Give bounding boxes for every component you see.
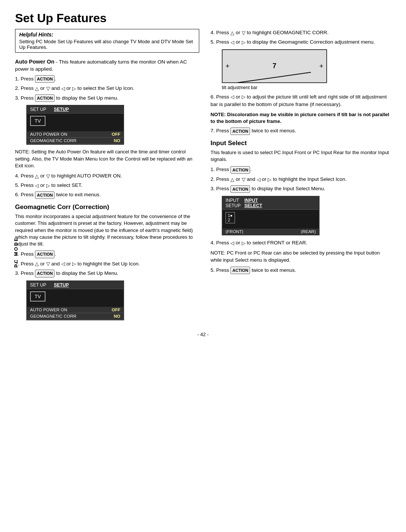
left-column: Helpful Hints: Setting PC Mode Set Up Fe… xyxy=(15,29,199,324)
row-label: AUTO POWER ON xyxy=(30,308,67,312)
up-arrow: △ xyxy=(35,260,39,268)
input-select-menu: INPUTSETUP INPUTSELECT 1● 2 (FRONT) (REA… xyxy=(222,196,320,235)
input-select-heading: Input Select xyxy=(211,139,391,147)
tilt-plus-right: + xyxy=(319,62,323,70)
left-arrow: ◁ xyxy=(230,239,234,247)
down-arrow: ▽ xyxy=(46,260,50,268)
step-item: 4. Press △ or ▽ to highlight AUTO POWER … xyxy=(15,172,199,180)
action-btn: ACTION xyxy=(230,166,250,174)
input-menu-icon-area: 1● 2 xyxy=(223,210,319,226)
action-btn: ACTION xyxy=(35,94,55,102)
left-arrow: ◁ xyxy=(230,39,234,46)
step-item: 1. Press ACTION. xyxy=(15,75,199,83)
input-rear-label: (REAR) xyxy=(301,229,316,234)
menu-row-geomagnetic: GEOMAGNETIC CORR NO xyxy=(27,138,123,144)
input-icon: 1● 2 xyxy=(226,212,235,223)
setup-menu-screenshot-1: SET UP SETUP TV AUTO POWER ON OFF GEOMAG… xyxy=(26,105,124,145)
menu-top-bar: SET UP SETUP xyxy=(27,106,123,114)
tilt-bar-image: + 7 + xyxy=(222,49,327,83)
menu-icon-row: TV xyxy=(27,114,123,128)
step-item: 6. Press ACTION twice to exit menus. xyxy=(15,191,199,199)
row-value: OFF xyxy=(112,308,120,312)
right-arrow: ▷ xyxy=(242,239,245,247)
step-item: 3. Press ACTION to display the Set Up Me… xyxy=(15,270,199,277)
input-front-label: (FRONT) xyxy=(226,229,243,234)
right-col-exit: 7. Press ACTION twice to exit menus. xyxy=(211,127,391,135)
action-btn: ACTION xyxy=(35,191,55,199)
row-label: GEOMAGNETIC CORR xyxy=(30,138,76,143)
step-item: 1. Press ACTION. xyxy=(15,250,199,258)
step-item: 3. Press ACTION to display the Input Sel… xyxy=(211,185,391,193)
tilt-number: 7 xyxy=(273,62,276,70)
helpful-hints-text: Setting PC Mode Set Up Features will als… xyxy=(19,39,195,50)
step-item: 2. Press △ or ▽ and ◁ or ▷ to select the… xyxy=(15,85,199,92)
step-item: 5. Press ◁ or ▷ to select SET. xyxy=(15,182,199,189)
auto-power-on-heading: Auto Power On xyxy=(15,59,55,65)
step-item: 2. Press △ or ▽ and ◁ or ▷ to highlight … xyxy=(211,176,391,183)
note-discoloration: NOTE: Discoloration may be visible in pi… xyxy=(211,111,391,125)
input-label-select: INPUTSELECT xyxy=(244,198,262,208)
action-btn: ACTION xyxy=(230,267,250,274)
note-pc-input: NOTE: PC Front or PC Rear can also be se… xyxy=(211,250,391,263)
down-arrow: ▽ xyxy=(46,85,50,92)
input-select-steps: 1. Press ACTION. 2. Press △ or ▽ and ◁ o… xyxy=(211,166,391,193)
step-item: 3. Press ACTION to display the Set Up me… xyxy=(15,94,199,102)
auto-power-on-intro: Auto Power On - This feature automatical… xyxy=(15,58,199,73)
input-select-description: This feature is used to select PC Input … xyxy=(211,149,391,163)
down-arrow: ▽ xyxy=(46,173,50,180)
left-arrow: ◁ xyxy=(257,176,261,183)
action-btn: ACTION xyxy=(230,185,250,193)
right-column: 4. Press △ or ▽ to highlight GEOMAGNETIC… xyxy=(211,29,391,324)
up-arrow: △ xyxy=(230,176,234,183)
geomagnetic-description: This monitor incorporates a special adju… xyxy=(15,213,199,247)
right-arrow: ▷ xyxy=(242,39,245,46)
input-select-exit: 5. Press ACTION twice to exit menus. xyxy=(211,267,391,274)
step-item: 6. Press ◁ or ▷ to adjust the picture ti… xyxy=(211,93,391,109)
down-arrow: ▽ xyxy=(242,29,245,37)
tv-icon: TV xyxy=(30,116,45,126)
action-btn: ACTION xyxy=(35,75,55,83)
right-col-geo-steps-cont: 6. Press ◁ or ▷ to adjust the picture ti… xyxy=(211,93,391,109)
input-line2: 2 xyxy=(228,218,233,222)
auto-power-on-steps-cont: 4. Press △ or ▽ to highlight AUTO POWER … xyxy=(15,172,199,199)
helpful-hints-title: Helpful Hints: xyxy=(19,32,195,38)
right-arrow: ▷ xyxy=(72,260,76,268)
right-arrow: ▷ xyxy=(268,176,271,183)
right-col-geo-steps: 4. Press △ or ▽ to highlight GEOMAGNETIC… xyxy=(211,29,391,46)
row-value: NO xyxy=(114,314,120,318)
right-arrow: ▷ xyxy=(46,182,50,189)
menu-row-auto-power: AUTO POWER ON OFF xyxy=(27,131,123,138)
row-value: OFF xyxy=(112,132,120,136)
menu-bottom-rows: AUTO POWER ON OFF GEOMAGNETIC CORR NO xyxy=(27,307,123,320)
step-item: 2. Press △ or ▽ and ◁ or ▷ to highlight … xyxy=(15,260,199,268)
up-arrow: △ xyxy=(35,173,39,180)
left-arrow: ◁ xyxy=(61,260,65,268)
action-btn: ACTION xyxy=(35,270,55,277)
menu-row-geomagnetic: GEOMAGNETIC CORR NO xyxy=(27,313,123,320)
menu-label-setup-active: SETUP xyxy=(54,282,69,288)
left-arrow: ◁ xyxy=(61,85,65,92)
setup-menu-screenshot-2: SET UP SETUP TV AUTO POWER ON OFF GEOMAG… xyxy=(26,280,124,320)
step-item: 5. Press ◁ or ▷ to display the Geomagnet… xyxy=(211,38,391,46)
input-menu-row: (FRONT) (REAR) xyxy=(223,229,319,235)
helpful-hints-box: Helpful Hints: Setting PC Mode Set Up Fe… xyxy=(15,29,199,53)
action-btn: ACTION xyxy=(230,127,250,135)
action-btn: ACTION xyxy=(35,250,55,258)
tilt-plus-left: + xyxy=(226,62,230,70)
left-arrow: ◁ xyxy=(230,93,234,101)
auto-power-on-steps: 1. Press ACTION. 2. Press △ or ▽ and ◁ o… xyxy=(15,75,199,102)
up-arrow: △ xyxy=(230,29,234,37)
auto-power-on-note: NOTE: Setting the Auto Power On feature … xyxy=(15,149,199,169)
page-title: Set Up Features xyxy=(15,11,391,25)
menu-row-auto-power: AUTO POWER ON OFF xyxy=(27,307,123,313)
left-arrow: ◁ xyxy=(35,182,39,189)
down-arrow: ▽ xyxy=(242,176,245,183)
step-item: 7. Press ACTION twice to exit menus. xyxy=(211,127,391,135)
tv-icon: TV xyxy=(30,291,45,302)
geomagnetic-steps: 1. Press ACTION. 2. Press △ or ▽ and ◁ o… xyxy=(15,250,199,277)
input-menu-bottom: (FRONT) (REAR) xyxy=(223,229,319,235)
step-item: 5. Press ACTION twice to exit menus. xyxy=(211,267,391,274)
right-arrow: ▷ xyxy=(242,93,245,101)
tilt-line xyxy=(238,72,311,83)
row-label: GEOMAGNETIC CORR xyxy=(30,314,76,318)
